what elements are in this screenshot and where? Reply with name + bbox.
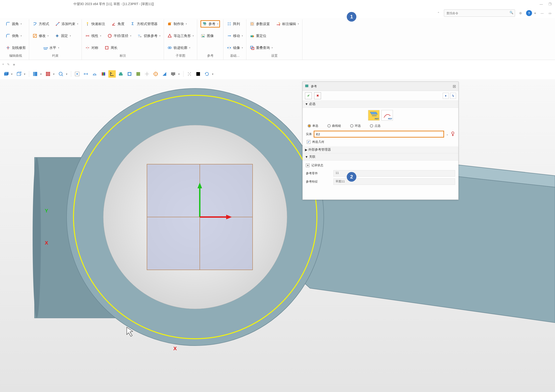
info-button[interactable]: ● (443, 93, 449, 99)
tb-zoom-icon[interactable] (57, 70, 65, 78)
dd-icon[interactable]: ▾ (178, 72, 181, 76)
ref-mode-2[interactable]: REF (381, 110, 393, 121)
entity-input[interactable] (314, 131, 444, 138)
ribbon-button-modify[interactable]: 修改▾ (32, 33, 49, 38)
ribbon-button-linear[interactable]: 线性▾ (85, 33, 101, 38)
ribbon-group-label: 子草图 (167, 52, 194, 59)
tb-icon[interactable] (100, 70, 107, 78)
ribbon-button-move[interactable]: 移动▾ (227, 33, 243, 38)
search-input[interactable] (444, 9, 515, 17)
ribbon-button-chamfer[interactable]: 倒角▾ (6, 33, 22, 38)
equation-icon (32, 21, 37, 26)
ribbon-button-label: 方程式 (39, 22, 49, 26)
ref-mode-1[interactable]: REF (368, 110, 380, 121)
collapse-ribbon-icon[interactable]: ⌃ (437, 12, 440, 15)
ribbon-button-mirror[interactable]: 镜像▾ (227, 45, 243, 50)
chevron-down-icon: ▾ (242, 35, 243, 37)
dd-icon[interactable]: ▾ (53, 72, 56, 76)
ribbon-button-params[interactable]: 参数设置 (250, 21, 270, 26)
ribbon-button-perimeter[interactable]: 周长 (104, 45, 117, 50)
trim-icon (6, 45, 11, 50)
viewport-3d[interactable]: Y X X 2 参考 ⊠ ✔ ✖ ● ↳ ▼ 必选 (0, 79, 555, 392)
help-icon[interactable]: ? (526, 10, 532, 16)
tb-icon[interactable] (73, 70, 81, 78)
ok-button[interactable]: ✔ (305, 92, 312, 99)
radio-ring[interactable]: 环选 (350, 124, 361, 128)
ribbon-button-dimedit[interactable]: 标注编辑▾ (276, 21, 299, 26)
section-ext-ref[interactable]: ▶ 外部参考管理器 (303, 146, 458, 153)
radius-icon (107, 33, 112, 38)
ribbon-button-image[interactable]: 图像 (200, 33, 214, 38)
tool-icon[interactable]: ◈ (13, 63, 15, 66)
restore-window-icon[interactable]: ❐ (547, 1, 553, 7)
search-icon[interactable]: 🔍 (510, 11, 513, 14)
maximize-icon[interactable]: ▭ (547, 10, 553, 16)
ribbon-button-label: 等边三角形 (174, 34, 191, 38)
tb-view1-icon[interactable] (31, 70, 39, 78)
ribbon-button-sym[interactable]: 对称 (85, 45, 98, 50)
tb-target-icon[interactable] (152, 70, 159, 78)
ribbon-button-radius[interactable]: 半径/直径▾ (107, 33, 131, 38)
radio-curve-chain[interactable]: 曲线链 (328, 124, 341, 128)
tb-icon[interactable] (91, 70, 98, 78)
ribbon-button-quickdim[interactable]: 快速标注 (85, 21, 105, 26)
construct-geom-checkbox[interactable]: ✔ 构造几何 (306, 140, 455, 144)
dd-icon[interactable]: ▾ (212, 72, 215, 76)
tb-wireframe-icon[interactable] (15, 70, 22, 78)
ribbon-button-fillet[interactable]: 圆角▾ (6, 21, 22, 26)
dd-icon[interactable]: ▾ (11, 72, 14, 76)
ribbon-button-overlap[interactable]: 重叠查询▾ (250, 45, 273, 50)
ribbon-button-ref[interactable]: 参考▾ (200, 20, 220, 28)
tool-icon[interactable]: ⌖ (2, 62, 4, 66)
ribbon-button-trim[interactable]: 划线修剪 (6, 45, 26, 50)
dd-icon[interactable]: ▾ (66, 72, 69, 76)
svg-marker-116 (370, 112, 378, 114)
ribbon-button-repos[interactable]: 重定位 (250, 33, 266, 38)
tb-icon[interactable] (117, 70, 124, 78)
entity-pick-icon[interactable] (451, 131, 455, 137)
ribbon-button-block[interactable]: 制作块▾ (167, 21, 187, 26)
ribbon-button-eqmgr[interactable]: Σ方程式管理器 (131, 21, 158, 26)
ribbon-button-array[interactable]: 阵列 (227, 21, 240, 26)
ref-feature-row: 参考特征 草图11 (303, 178, 458, 186)
tool-icon[interactable]: ✎ (7, 63, 10, 66)
ribbon-button-track[interactable]: 轨迹轮廓▾ (167, 45, 190, 50)
tb-monitor-icon[interactable] (169, 70, 177, 78)
tb-cube-icon[interactable] (2, 70, 10, 78)
section-related[interactable]: ▼ 关联 (303, 153, 458, 160)
tb-icon[interactable] (161, 70, 168, 78)
minimize-window-icon[interactable]: — (539, 1, 544, 7)
ribbon-button-horiz[interactable]: HORZ水平▾ (43, 45, 59, 50)
section-required[interactable]: ▼ 必选 (303, 101, 458, 108)
close-icon[interactable]: ⊠ (453, 84, 456, 89)
minimize-icon[interactable]: — (539, 10, 545, 16)
ribbon-button-fix[interactable]: 固定▾ (55, 33, 71, 38)
tb-icon-active[interactable] (108, 70, 116, 78)
modify-icon (32, 33, 37, 38)
tb-icon[interactable] (126, 70, 133, 78)
settings-gear-icon[interactable]: ⚙ (517, 10, 524, 16)
ribbon-button-equation[interactable]: 方程式 (32, 21, 49, 26)
ribbon-button-angle[interactable]: 角度 (111, 21, 124, 26)
radio-point[interactable]: 点选 (370, 124, 380, 128)
tb-icon[interactable] (82, 70, 89, 78)
dd-icon[interactable]: ▾ (40, 72, 43, 76)
ribbon-button-addconstraint[interactable]: 添加约束▾ (55, 21, 78, 26)
tb-black-icon[interactable] (195, 70, 202, 78)
help-small-button[interactable]: ↳ (450, 93, 456, 99)
help-dropdown-icon[interactable]: ▾ (534, 12, 537, 15)
entity-dropdown-icon[interactable]: ⌄ (446, 132, 449, 136)
tb-crosshair-icon[interactable] (143, 70, 151, 78)
radio-single[interactable]: 单选 (308, 124, 318, 128)
dd-icon[interactable]: ▾ (24, 72, 27, 76)
ribbon-button-polygon[interactable]: 等边三角形▾ (167, 33, 194, 38)
eqmgr-icon: Σ (131, 21, 135, 26)
cancel-button[interactable]: ✖ (314, 92, 321, 99)
tb-grid-icon[interactable] (44, 70, 52, 78)
record-state-checkbox[interactable]: ■ 记录状态 (303, 162, 458, 169)
ribbon-button-switchref[interactable]: 50切换参考▾ (137, 33, 161, 38)
panel-titlebar[interactable]: 参考 ⊠ (303, 82, 458, 91)
tb-dots-icon[interactable] (186, 70, 193, 78)
tb-refresh-icon[interactable] (203, 70, 211, 78)
tb-icon[interactable] (135, 70, 142, 78)
